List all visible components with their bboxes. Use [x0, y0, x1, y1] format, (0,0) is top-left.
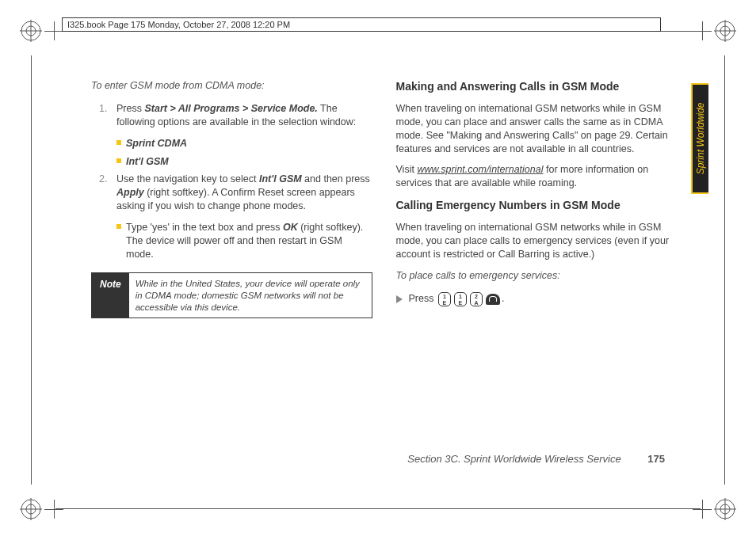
- bullet-marker-icon: [116, 140, 121, 145]
- crop-mark-tr: [714, 20, 736, 42]
- crop-mark-bl: [20, 498, 42, 520]
- footer-section: Section 3C. Sprint Worldwide Wireless Se…: [407, 453, 620, 465]
- key-1: 1E: [438, 292, 451, 306]
- instruction-emergency: To place calls to emergency services:: [396, 269, 678, 283]
- link-sprint-international[interactable]: www.sprint.com/international: [417, 164, 543, 175]
- heading-emergency: Calling Emergency Numbers in GSM Mode: [396, 198, 678, 213]
- heading-making-calls: Making and Answering Calls in GSM Mode: [396, 79, 678, 94]
- header-text: I325.book Page 175 Monday, October 27, 2…: [67, 20, 290, 29]
- para-visit: Visit www.sprint.com/international for m…: [396, 163, 678, 190]
- step-2: 2. Use the navigation key to select Int'…: [91, 173, 372, 213]
- talk-key-icon: [486, 294, 500, 305]
- key-2: 2A: [470, 292, 483, 306]
- bullet-text: Type 'yes' in the text box and press OK …: [126, 221, 372, 261]
- bullet-type-yes: Type 'yes' in the text box and press OK …: [91, 221, 372, 261]
- crop-line-bottom: [55, 508, 701, 509]
- note-label: Note: [92, 273, 129, 318]
- step-1: 1. Press Start > All Programs > Service …: [91, 102, 372, 129]
- press-label: Press: [409, 292, 434, 306]
- step-num: 2.: [99, 173, 112, 213]
- note-box: Note While in the United States, your de…: [91, 272, 372, 319]
- bullet-text: Sprint CDMA: [126, 137, 187, 150]
- side-tab: Sprint Worldwide: [691, 83, 708, 194]
- crop-line-right: [724, 55, 725, 485]
- page-number: 175: [647, 453, 665, 465]
- press-keys-row: Press 1E 1E 2A .: [396, 292, 678, 306]
- bullet-sprint-cdma: Sprint CDMA: [91, 137, 372, 150]
- para-emergency: When traveling on international GSM netw…: [396, 221, 678, 261]
- crop-mark-tl: [20, 20, 42, 42]
- crop-mark-br: [714, 498, 736, 520]
- bullet-intl-gsm: Int'l GSM: [91, 155, 372, 169]
- triangle-icon: [396, 295, 403, 303]
- side-tab-text: Sprint Worldwide: [695, 103, 706, 175]
- step-body: Use the navigation key to select Int'l G…: [116, 173, 372, 213]
- instruction-heading: To enter GSM mode from CDMA mode:: [91, 79, 372, 93]
- step-num: 1.: [99, 102, 112, 129]
- key-1: 1E: [454, 292, 467, 306]
- para-making-calls: When traveling on international GSM netw…: [396, 102, 678, 156]
- page-header: I325.book Page 175 Monday, October 27, 2…: [62, 17, 661, 32]
- bullet-marker-icon: [116, 158, 121, 163]
- bullet-marker-icon: [116, 224, 121, 229]
- step-body: Press Start > All Programs > Service Mod…: [116, 102, 372, 129]
- crop-line-left: [31, 55, 32, 485]
- bullet-text: Int'l GSM: [126, 155, 169, 169]
- page-footer: Section 3C. Sprint Worldwide Wireless Se…: [407, 453, 665, 465]
- right-column: Making and Answering Calls in GSM Mode W…: [396, 79, 678, 461]
- page-content: To enter GSM mode from CDMA mode: 1. Pre…: [91, 79, 677, 461]
- left-column: To enter GSM mode from CDMA mode: 1. Pre…: [91, 79, 372, 461]
- note-text: While in the United States, your device …: [129, 273, 372, 318]
